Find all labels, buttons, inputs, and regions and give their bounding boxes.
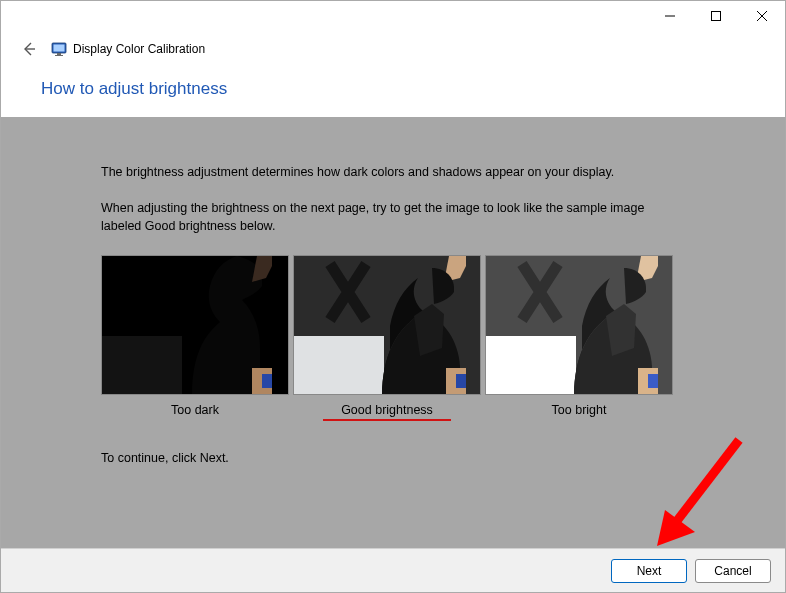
page-heading: How to adjust brightness [41, 79, 785, 99]
sample-too-bright-caption: Too bright [552, 403, 607, 417]
svg-rect-19 [486, 336, 576, 395]
next-button[interactable]: Next [611, 559, 687, 583]
sample-good-brightness-image [293, 255, 481, 395]
sample-too-dark-image [101, 255, 289, 395]
svg-rect-8 [55, 55, 63, 56]
svg-rect-10 [102, 336, 182, 395]
svg-rect-17 [456, 374, 466, 388]
sample-good-brightness-caption: Good brightness [341, 403, 433, 417]
svg-rect-22 [648, 374, 658, 388]
svg-marker-24 [657, 510, 695, 546]
svg-rect-7 [57, 53, 61, 55]
sample-row: Too dark [101, 255, 685, 417]
sample-too-dark-caption: Too dark [171, 403, 219, 417]
calibration-window: Display Color Calibration How to adjust … [0, 0, 786, 593]
minimize-button[interactable] [647, 1, 693, 31]
app-title: Display Color Calibration [73, 42, 205, 56]
svg-rect-1 [712, 12, 721, 21]
cancel-button[interactable]: Cancel [695, 559, 771, 583]
annotation-arrow-icon [643, 432, 753, 552]
monitor-icon [51, 41, 67, 57]
close-button[interactable] [739, 1, 785, 31]
svg-rect-12 [262, 374, 272, 388]
svg-rect-6 [54, 45, 65, 52]
svg-rect-14 [294, 336, 384, 395]
continue-text: To continue, click Next. [101, 451, 685, 465]
titlebar-controls [647, 1, 785, 31]
back-button[interactable] [17, 37, 41, 61]
maximize-button[interactable] [693, 1, 739, 31]
sample-good-brightness: Good brightness [293, 255, 481, 417]
footer-bar: Next Cancel [1, 548, 785, 592]
intro-paragraph-1: The brightness adjustment determines how… [101, 163, 685, 181]
sample-too-dark: Too dark [101, 255, 289, 417]
content-area: The brightness adjustment determines how… [1, 117, 785, 548]
intro-paragraph-2: When adjusting the brightness on the nex… [101, 199, 685, 235]
sample-too-bright: Too bright [485, 255, 673, 417]
sample-too-bright-image [485, 255, 673, 395]
